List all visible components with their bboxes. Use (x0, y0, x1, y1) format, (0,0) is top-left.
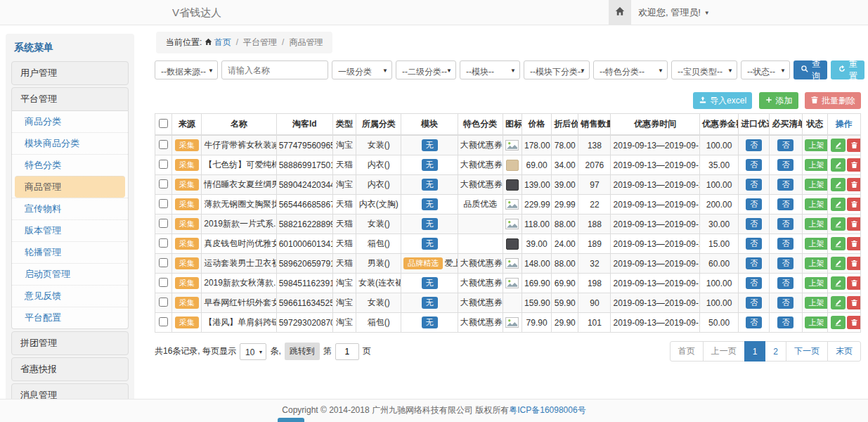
name-search-input[interactable] (221, 60, 328, 79)
filter-select-item-type[interactable]: --宝贝类型--▼ (671, 60, 737, 79)
status-toggle[interactable]: 上架 (805, 257, 828, 270)
filter-select-status[interactable]: --状态--▼ (741, 60, 790, 79)
edit-button[interactable] (831, 217, 846, 231)
status-toggle[interactable]: 上架 (805, 316, 828, 329)
row-checkbox[interactable] (159, 278, 168, 287)
search-button[interactable]: 查询 (793, 60, 827, 79)
page-button-1[interactable]: 1 (744, 341, 766, 362)
filter-select-level2-category[interactable]: --二级分类--▼ (396, 60, 456, 79)
sidebar-item-version-manage[interactable]: 版本管理 (12, 219, 128, 241)
per-page-select[interactable]: 10 ▼ (240, 343, 266, 360)
imported-toggle[interactable]: 否 (746, 297, 762, 309)
reset-button[interactable]: 重置 (831, 60, 864, 79)
row-checkbox[interactable] (159, 140, 168, 149)
must-buy-toggle[interactable]: 否 (777, 257, 793, 270)
delete-button[interactable] (847, 158, 861, 172)
imported-toggle[interactable]: 否 (746, 277, 762, 290)
sidebar-item-feedback[interactable]: 意见反馈 (12, 285, 128, 307)
module-badge[interactable]: 无 (422, 297, 438, 309)
delete-button[interactable] (847, 276, 861, 290)
page-button-2[interactable]: 2 (765, 341, 786, 362)
delete-button[interactable] (847, 139, 861, 152)
sidebar-item-module-goods-category[interactable]: 模块商品分类 (12, 132, 128, 154)
page-button-prev[interactable]: 上一页 (703, 341, 745, 362)
status-toggle[interactable]: 上架 (805, 297, 828, 309)
edit-button[interactable] (831, 296, 846, 309)
module-badge[interactable]: 无 (422, 316, 438, 329)
row-checkbox[interactable] (159, 160, 168, 169)
icp-link[interactable]: 粤ICP备16098006号 (509, 405, 585, 415)
add-button[interactable]: 添加 (759, 92, 798, 109)
jump-button[interactable]: 跳转到 (285, 343, 320, 360)
row-checkbox[interactable] (159, 179, 168, 188)
delete-button[interactable] (847, 198, 861, 211)
module-badge[interactable]: 无 (422, 277, 438, 290)
must-buy-toggle[interactable]: 否 (777, 238, 793, 250)
filter-select-data-source[interactable]: --数据来源--▼ (155, 60, 218, 79)
jump-page-input[interactable] (335, 343, 359, 360)
filter-select-level1-category[interactable]: 一级分类▼ (332, 60, 392, 79)
user-menu[interactable]: 欢迎您, 管理员!▼ (638, 0, 710, 25)
sidebar-section-platform[interactable]: 平台管理 (11, 87, 129, 111)
delete-button[interactable] (847, 296, 861, 309)
must-buy-toggle[interactable]: 否 (777, 139, 793, 152)
module-badge[interactable]: 无 (422, 238, 438, 250)
edit-button[interactable] (831, 316, 846, 329)
delete-button[interactable] (847, 257, 861, 270)
row-checkbox[interactable] (159, 258, 168, 267)
delete-button[interactable] (847, 178, 861, 191)
breadcrumb-home-link[interactable]: 首页 (214, 37, 231, 47)
filter-select-module[interactable]: --模块--▼ (460, 60, 520, 79)
delete-button[interactable] (847, 316, 861, 329)
status-toggle[interactable]: 上架 (805, 179, 828, 191)
imported-toggle[interactable]: 否 (746, 257, 762, 270)
must-buy-toggle[interactable]: 否 (777, 218, 793, 231)
page-button-first[interactable]: 首页 (670, 341, 704, 362)
filter-select-feature-category[interactable]: --特色分类--▼ (593, 60, 668, 79)
edit-button[interactable] (831, 198, 846, 211)
status-toggle[interactable]: 上架 (805, 159, 828, 172)
module-badge[interactable]: 无 (422, 139, 438, 152)
status-toggle[interactable]: 上架 (805, 277, 828, 290)
page-button-last[interactable]: 末页 (827, 341, 861, 362)
must-buy-toggle[interactable]: 否 (777, 316, 793, 329)
must-buy-toggle[interactable]: 否 (777, 159, 793, 172)
imported-toggle[interactable]: 否 (746, 238, 762, 250)
sidebar-item-goods-category[interactable]: 商品分类 (12, 111, 128, 132)
imported-toggle[interactable]: 否 (746, 198, 762, 211)
edit-button[interactable] (831, 158, 846, 172)
module-badge[interactable]: 无 (422, 179, 438, 191)
delete-button[interactable] (847, 217, 861, 231)
status-toggle[interactable]: 上架 (805, 139, 828, 152)
home-button[interactable] (609, 0, 631, 25)
imported-toggle[interactable]: 否 (746, 139, 762, 152)
imported-toggle[interactable]: 否 (746, 159, 762, 172)
row-checkbox[interactable] (159, 317, 168, 326)
sidebar-item-promo-material[interactable]: 宣传物料 (12, 198, 128, 219)
module-badge[interactable]: 无 (422, 198, 438, 211)
must-buy-toggle[interactable]: 否 (777, 297, 793, 309)
import-excel-button[interactable]: 导入excel (693, 92, 752, 109)
imported-toggle[interactable]: 否 (746, 218, 762, 231)
module-badge[interactable]: 无 (422, 218, 438, 231)
app-title[interactable]: V省钱达人 (172, 0, 221, 25)
delete-button[interactable] (847, 237, 861, 250)
edit-button[interactable] (831, 178, 846, 191)
sidebar-item-goods-manage[interactable]: 商品管理 (15, 176, 125, 198)
row-checkbox[interactable] (159, 199, 168, 208)
edit-button[interactable] (831, 237, 846, 250)
module-badge[interactable]: 无 (422, 159, 438, 172)
row-checkbox[interactable] (159, 298, 168, 307)
sidebar-item-carousel-manage[interactable]: 轮播管理 (12, 241, 128, 263)
page-button-next[interactable]: 下一页 (786, 341, 828, 362)
row-checkbox[interactable] (159, 238, 168, 248)
sidebar-item-feature-category[interactable]: 特色分类 (12, 154, 128, 176)
select-all-checkbox[interactable] (159, 119, 168, 128)
edit-button[interactable] (831, 257, 846, 270)
status-toggle[interactable]: 上架 (805, 218, 828, 231)
must-buy-toggle[interactable]: 否 (777, 198, 793, 211)
sidebar-item-splash-manage[interactable]: 启动页管理 (12, 263, 128, 285)
sidebar-section-group-buy[interactable]: 拼团管理 (11, 331, 129, 355)
sidebar-section-user[interactable]: 用户管理 (11, 61, 129, 85)
batch-delete-button[interactable]: 批量删除 (805, 92, 861, 109)
